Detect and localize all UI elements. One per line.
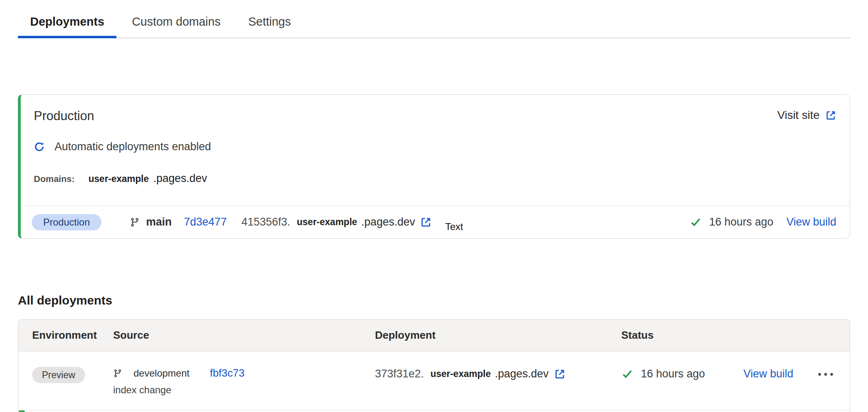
tab-bar: Deployments Custom domains Settings xyxy=(18,0,850,38)
production-status-group: 16 hours ago View build xyxy=(690,216,836,228)
domain-suffix: .pages.dev xyxy=(153,172,207,185)
next-row-peek xyxy=(19,410,25,412)
deployment-url-name: user-example xyxy=(297,217,357,228)
production-card: Production Visit site Automa xyxy=(18,94,850,239)
all-deployments-heading: All deployments xyxy=(18,293,850,308)
visit-site-link[interactable]: Visit site xyxy=(777,109,836,122)
view-build-link[interactable]: View build xyxy=(786,216,836,228)
visit-site-label: Visit site xyxy=(777,109,820,122)
git-branch-icon xyxy=(130,217,140,227)
column-header-source: Source xyxy=(113,329,375,342)
external-link-icon[interactable] xyxy=(554,368,566,380)
column-header-deployment: Deployment xyxy=(375,329,621,342)
page-content: Deployments Custom domains Settings Prod… xyxy=(18,0,850,412)
success-check-icon xyxy=(621,368,633,380)
refresh-icon xyxy=(34,141,45,152)
source-cell: development fbf3c73 index change xyxy=(113,367,375,396)
table-row: Preview development fbf3c73 index change… xyxy=(18,351,850,410)
domains-row: Domains: user-example .pages.dev xyxy=(32,172,836,185)
deploy-time: 16 hours ago xyxy=(709,216,774,228)
text-annotation: Text xyxy=(445,221,463,232)
external-link-icon xyxy=(825,110,836,121)
deployments-table: Environment Source Deployment Status Pre… xyxy=(18,319,850,412)
tab-settings[interactable]: Settings xyxy=(236,11,303,37)
preview-badge: Preview xyxy=(32,367,85,383)
deployment-url-name: user-example xyxy=(430,368,491,379)
production-card-header: Production Visit site xyxy=(32,109,836,123)
commit-link[interactable]: fbf3c73 xyxy=(210,367,244,379)
deployment-hash: 373f31e2. xyxy=(375,368,424,380)
tab-custom-domains[interactable]: Custom domains xyxy=(120,11,233,37)
deployment-cell: 373f31e2. user-example .pages.dev xyxy=(375,367,621,380)
branch-name: development xyxy=(134,368,189,379)
source-line: development fbf3c73 xyxy=(113,367,375,379)
production-title: Production xyxy=(32,109,94,123)
environment-cell: Preview xyxy=(32,367,113,383)
production-badge: Production xyxy=(32,214,101,230)
domain-name: user-example xyxy=(88,173,149,184)
external-link-icon[interactable] xyxy=(420,217,432,228)
auto-deploy-label: Automatic deployments enabled xyxy=(55,140,211,153)
view-build-link[interactable]: View build xyxy=(743,368,793,380)
commit-message: index change xyxy=(113,384,375,396)
deployment-hash: 415356f3. xyxy=(241,216,290,228)
commit-link[interactable]: 7d3e477 xyxy=(184,216,227,228)
deployment-url-suffix: .pages.dev xyxy=(361,216,415,228)
status-cell: 16 hours ago View build ••• xyxy=(621,367,850,380)
git-branch-icon xyxy=(113,369,122,378)
auto-deploy-status: Automatic deployments enabled xyxy=(32,140,836,153)
domains-label: Domains: xyxy=(34,174,75,184)
branch-name: main xyxy=(146,216,172,228)
production-deployment-row: Production main 7d3e477 415356f3. user-e… xyxy=(21,206,850,238)
deployment-url-suffix: .pages.dev xyxy=(495,368,548,380)
column-header-status: Status xyxy=(621,329,850,342)
success-check-icon xyxy=(690,216,701,228)
column-header-environment: Environment xyxy=(32,329,113,342)
deploy-time: 16 hours ago xyxy=(641,368,743,380)
tab-deployments[interactable]: Deployments xyxy=(18,11,116,37)
more-actions-button[interactable]: ••• xyxy=(818,370,836,378)
table-header-row: Environment Source Deployment Status xyxy=(18,320,850,351)
